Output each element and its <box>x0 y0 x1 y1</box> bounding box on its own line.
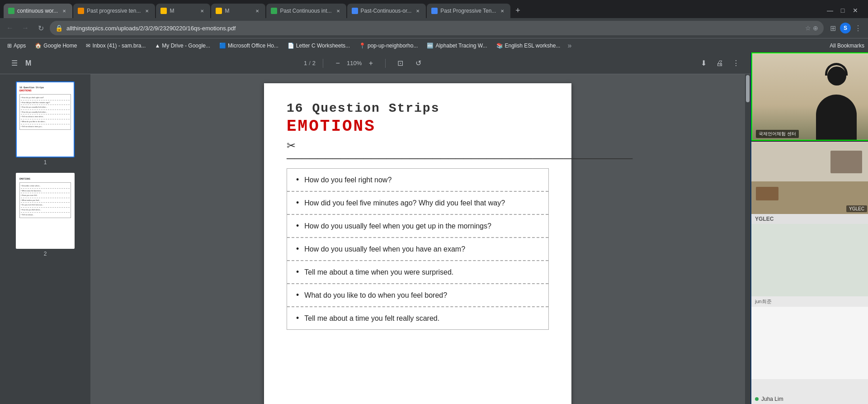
extensions-button[interactable]: ⊞ <box>826 22 839 34</box>
pdf-total-pages: 2 <box>312 60 316 67</box>
pdf-viewer: ☰ M 1 / 2 − 110% + ⊡ <box>0 52 750 404</box>
bookmark-drive[interactable]: ▲ My Drive - Google... <box>151 42 214 50</box>
bookmark-alphabet[interactable]: 🔤 Alphabet Tracing W... <box>423 42 491 50</box>
tab-past-continuous-or[interactable]: Past-Continuous-or... ✕ <box>347 4 426 18</box>
pdf-thumbnails: 16 Question Strips EMOTIONS • How do you… <box>0 74 90 404</box>
pdf-thumb-2[interactable]: EMOTIONS • Describe a time when... • Whe… <box>16 173 75 257</box>
bookmark-esl[interactable]: 📚 English ESL workshe... <box>493 42 564 50</box>
bookmark-letter-c[interactable]: 📄 Letter C Worksheets... <box>284 42 354 50</box>
reload-button[interactable]: ↻ <box>34 22 47 34</box>
participants-section: jun최준 <box>751 224 868 394</box>
new-tab-button[interactable]: + <box>511 4 524 17</box>
pdf-body: 16 Question Strips EMOTIONS • How do you… <box>0 74 750 404</box>
bookmark-inbox[interactable]: ✉ Inbox (41) - sam.bra... <box>82 42 149 50</box>
question-text-3: How do you usually feel when you get up … <box>304 222 491 230</box>
tab-close-6[interactable]: ✕ <box>414 7 421 14</box>
google-home-icon: 🏠 <box>35 43 42 49</box>
address-bar[interactable]: 🔒 allthingstopics.com/uploads/2/3/2/9/23… <box>50 21 824 35</box>
main-video-content: 국제언어체험 센터 <box>751 52 868 141</box>
pdf-download-button[interactable]: ⬇ <box>696 56 711 71</box>
pdf-rotate-button[interactable]: ↺ <box>411 56 425 71</box>
yglec-label: YGLEC <box>751 214 868 224</box>
question-strip-5: • Tell me about a time when you were sur… <box>287 261 548 284</box>
tab-m1[interactable]: M ✕ <box>156 4 210 18</box>
star-icon[interactable]: ☆ <box>805 24 811 32</box>
person-body <box>816 95 857 140</box>
maximize-button[interactable]: □ <box>837 5 848 16</box>
pdf-logo: M <box>25 59 31 67</box>
pdf-thumb-1[interactable]: 16 Question Strips EMOTIONS • How do you… <box>16 81 75 166</box>
close-button[interactable]: ✕ <box>850 5 861 16</box>
pdf-page-area[interactable]: 16 Question Strips EMOTIONS ✂ ──────────… <box>90 74 745 404</box>
tab-label-3: M <box>170 8 174 14</box>
tab-close-3[interactable]: ✕ <box>198 7 206 14</box>
participant-jun-label: jun최준 <box>755 298 772 305</box>
bookmark-office[interactable]: 🟦 Microsoft Office Ho... <box>216 42 282 50</box>
popup-icon: 📍 <box>359 43 366 49</box>
question-strips: • How do you feel right now? • How did y… <box>287 168 549 330</box>
question-strip-3: • How do you usually feel when you get u… <box>287 215 548 238</box>
person-figure <box>809 58 863 140</box>
minimize-button[interactable]: — <box>825 5 835 16</box>
participant-juha-content <box>751 307 868 379</box>
tab-close-5[interactable]: ✕ <box>335 7 342 14</box>
tab-m2[interactable]: M ✕ <box>211 4 265 18</box>
tab-continuous[interactable]: continuous wor... ✕ <box>4 4 72 18</box>
bookmark-apps[interactable]: ⊞ Apps <box>4 42 29 50</box>
bullet-2: • <box>296 198 299 208</box>
extension-icon[interactable]: ⊕ <box>813 24 818 32</box>
print-icon: 🖨 <box>716 59 723 67</box>
pdf-page-info: 1 / 2 <box>304 60 316 67</box>
main-video: 국제언어체험 센터 <box>751 52 868 141</box>
secondary-video: YGLEC <box>751 142 868 214</box>
bullet-4: • <box>296 244 299 254</box>
pdf-more-button[interactable]: ⋮ <box>729 56 743 71</box>
pdf-menu-button[interactable]: ☰ <box>7 56 22 71</box>
bookmark-letter-c-label: Letter C Worksheets... <box>296 43 350 49</box>
tab-past-progressive-ten[interactable]: Past Progressive Ten... ✕ <box>427 4 510 18</box>
settings-button[interactable]: ⋮ <box>852 22 864 34</box>
tab-label-1: continuous wor... <box>17 8 58 14</box>
zoom-out-icon: − <box>335 59 340 67</box>
office-icon: 🟦 <box>219 43 226 49</box>
tab-label-7: Past Progressive Ten... <box>440 8 496 14</box>
tab-close-2[interactable]: ✕ <box>143 7 151 14</box>
bookmarks-right: All Bookmarks <box>830 43 864 49</box>
pdf-print-button[interactable]: 🖨 <box>712 56 727 71</box>
participant-jun-content <box>751 224 868 296</box>
all-bookmarks-label[interactable]: All Bookmarks <box>830 43 864 49</box>
pdf-scrollbar[interactable] <box>745 74 750 404</box>
bookmark-google-home[interactable]: 🏠 Google Home <box>31 42 80 50</box>
pdf-zoom-out-button[interactable]: − <box>330 56 345 71</box>
fit-page-icon: ⊡ <box>397 59 403 67</box>
pdf-page-separator: / <box>309 60 311 67</box>
bookmark-popup[interactable]: 📍 pop-up-neighborho... <box>355 42 421 50</box>
forward-button[interactable]: → <box>19 22 32 34</box>
bookmark-drive-label: My Drive - Google... <box>162 43 210 49</box>
tab-past-progressive[interactable]: Past progressive ten... ✕ <box>73 4 155 18</box>
download-icon: ⬇ <box>701 59 707 67</box>
pdf-subtitle: EMOTIONS <box>287 117 549 136</box>
bookmark-esl-label: English ESL workshe... <box>505 43 561 49</box>
bookmarks-more[interactable]: » <box>567 42 571 50</box>
tab-favicon-3 <box>160 8 167 14</box>
bullet-5: • <box>296 267 299 277</box>
bookmarks-bar: ⊞ Apps 🏠 Google Home ✉ Inbox (41) - sam.… <box>0 38 868 52</box>
pdf-scrollbar-thumb[interactable] <box>746 75 750 102</box>
pdf-zoom-in-button[interactable]: + <box>363 56 378 71</box>
tab-close-7[interactable]: ✕ <box>499 7 506 14</box>
esl-icon: 📚 <box>496 43 503 49</box>
pdf-page: 16 Question Strips EMOTIONS ✂ ──────────… <box>264 83 571 404</box>
pdf-fit-button[interactable]: ⊡ <box>393 56 407 71</box>
pdf-thumb-img-1: 16 Question Strips EMOTIONS • How do you… <box>16 81 75 157</box>
profile-icon[interactable]: S <box>840 23 851 33</box>
pdf-thumb-label-1: 1 <box>44 159 47 166</box>
zoom-in-icon: + <box>369 59 373 67</box>
tab-close-4[interactable]: ✕ <box>254 7 261 14</box>
tab-favicon-1 <box>8 8 14 14</box>
window-controls: — □ ✕ <box>825 5 864 16</box>
bullet-7: • <box>296 314 299 323</box>
tab-close-1[interactable]: ✕ <box>61 7 68 14</box>
tab-past-continuous[interactable]: Past Continuous int... ✕ <box>266 4 346 18</box>
back-button[interactable]: ← <box>4 22 16 34</box>
